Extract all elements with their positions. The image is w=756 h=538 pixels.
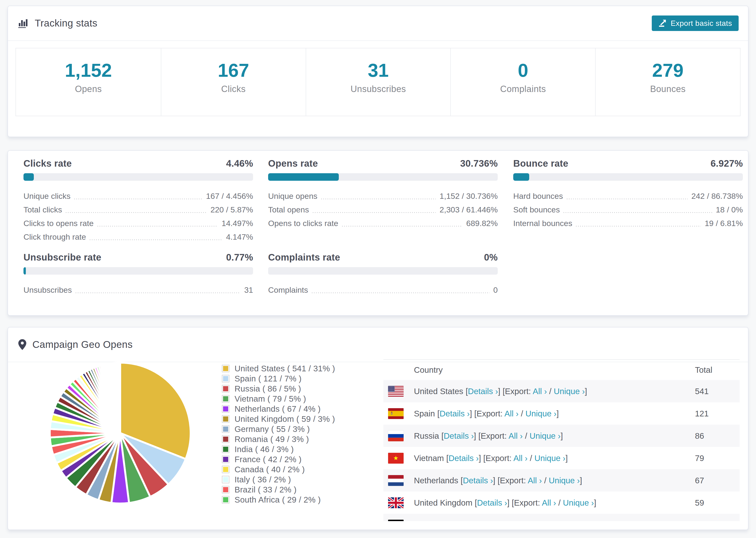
dotted-leader	[321, 198, 436, 199]
legend-label: United States ( 541 / 31% )	[235, 364, 335, 373]
rate-detail-row: Click through rate 4.147%	[24, 230, 253, 243]
rate-detail-row: Unsubscribes 31	[24, 283, 253, 297]
details-link[interactable]: Details ›	[440, 409, 469, 418]
unsubscribe-rate-progressbar	[24, 267, 253, 275]
country-name: Spain	[414, 409, 435, 418]
dotted-leader	[564, 212, 712, 213]
country-flag-icon	[388, 520, 404, 521]
dotted-leader	[76, 293, 241, 293]
export-unique-link[interactable]: Unique ›	[549, 476, 580, 485]
rate-detail-value: 19 / 6.81%	[705, 219, 743, 228]
total-value: 121	[695, 409, 709, 418]
pie-legend: United States ( 541 / 31% ) Spain ( 121 …	[222, 364, 335, 506]
export-unique-link[interactable]: Unique ›	[525, 409, 557, 418]
stat-cell: 31 Unsubscribes	[306, 48, 451, 116]
export-all-link[interactable]: All ›	[517, 520, 531, 521]
export-all-link[interactable]: All ›	[513, 454, 527, 463]
export-unique-link[interactable]: Unique ›	[534, 454, 566, 463]
export-unique-link[interactable]: Unique ›	[554, 387, 585, 396]
country-flag-icon	[388, 408, 404, 419]
opens-rate-section: Opens rate 30.736% Unique opens 1,152 / …	[268, 158, 498, 230]
geo-header: Campaign Geo Opens	[8, 327, 748, 362]
details-link[interactable]: Details ›	[453, 520, 482, 521]
tracking-stats-card: Tracking stats Export basic stats 1,152 …	[8, 6, 748, 137]
dotted-leader	[90, 240, 222, 240]
section-title: Opens rate	[268, 158, 318, 169]
legend-color-swatch	[222, 496, 229, 504]
bounce-rate-section: Bounce rate 6.927% Hard bounces 242 / 86…	[513, 158, 743, 230]
rate-detail-row: Internal bounces 19 / 6.81%	[513, 216, 743, 230]
rate-detail-label: Unique clicks	[24, 191, 71, 201]
legend-color-swatch	[222, 456, 229, 463]
rates-card: Clicks rate 4.46% Unique clicks 167 / 4.…	[8, 150, 748, 316]
details-link[interactable]: Details ›	[449, 454, 479, 463]
clicks-rate-section: Clicks rate 4.46% Unique clicks 167 / 4.…	[24, 158, 253, 243]
stat-value: 279	[596, 61, 740, 80]
legend-label: Germany ( 55 / 3% )	[235, 424, 310, 434]
unsubscribe-rate-section: Unsubscribe rate 0.77% Unsubscribes 31	[24, 252, 253, 297]
details-link[interactable]: Details ›	[463, 476, 493, 485]
export-all-link[interactable]: All ›	[528, 476, 542, 485]
export-unique-link[interactable]: Unique ›	[538, 520, 569, 521]
legend-item: Russia ( 86 / 5% )	[222, 385, 335, 393]
legend-color-swatch	[222, 405, 229, 413]
map-pin-icon	[18, 339, 26, 350]
total-value: 79	[695, 454, 704, 463]
legend-item: India ( 46 / 3% )	[222, 445, 335, 453]
legend-color-swatch	[222, 385, 229, 393]
rate-detail-value: 242 / 86.738%	[691, 191, 743, 201]
rate-detail-value: 1,152 / 30.736%	[440, 191, 498, 201]
legend-label: Netherlands ( 67 / 4% )	[235, 404, 321, 413]
legend-item: Romania ( 49 / 3% )	[222, 435, 335, 443]
stat-cell: 167 Clicks	[161, 48, 306, 116]
country-name: Germany	[414, 520, 448, 521]
opens-rate-progressbar	[268, 173, 498, 181]
geo-title: Campaign Geo Opens	[32, 339, 133, 350]
rate-detail-label: Hard bounces	[513, 191, 563, 201]
export-all-link[interactable]: All ›	[533, 387, 547, 396]
dotted-leader	[97, 226, 218, 227]
section-value: 30.736%	[460, 158, 498, 169]
details-link[interactable]: Details ›	[468, 387, 498, 396]
rate-detail-label: Opens to clicks rate	[268, 219, 338, 228]
rate-detail-value: 31	[244, 286, 253, 295]
stat-label: Opens	[16, 84, 161, 94]
table-row: Spain[Details ›] [Export: All › / Unique…	[383, 402, 739, 425]
stat-value: 0	[451, 61, 595, 80]
country-flag-icon	[388, 453, 404, 463]
legend-label: United Kingdom ( 59 / 3% )	[235, 414, 335, 424]
rate-detail-label: Internal bounces	[513, 219, 572, 228]
export-all-link[interactable]: All ›	[542, 498, 556, 507]
stat-label: Bounces	[596, 84, 740, 94]
legend-item: Germany ( 55 / 3% )	[222, 425, 335, 433]
stat-label: Unsubscribes	[306, 84, 451, 94]
legend-label: France ( 42 / 2% )	[235, 455, 302, 464]
table-row: Russia[Details ›] [Export: All › / Uniqu…	[383, 425, 739, 447]
export-all-link[interactable]: All ›	[505, 409, 519, 418]
rate-detail-value: 2,303 / 61.446%	[440, 205, 498, 214]
export-icon	[658, 19, 667, 27]
rate-detail-row: Hard bounces 242 / 86.738%	[513, 189, 743, 203]
export-basic-stats-button[interactable]: Export basic stats	[652, 16, 739, 31]
export-all-link[interactable]: All ›	[509, 431, 523, 440]
details-link[interactable]: Details ›	[444, 431, 474, 440]
dotted-leader	[66, 212, 207, 213]
dotted-leader	[342, 226, 462, 227]
total-value: 55	[695, 520, 704, 521]
legend-item: United Kingdom ( 59 / 3% )	[222, 415, 335, 423]
rate-detail-label: Total opens	[268, 205, 309, 214]
rate-detail-row: Total opens 2,303 / 61.446%	[268, 203, 498, 216]
details-link[interactable]: Details ›	[477, 498, 507, 507]
export-unique-link[interactable]: Unique ›	[529, 431, 561, 440]
country-name: Russia	[414, 431, 439, 440]
legend-item: France ( 42 / 2% )	[222, 456, 335, 463]
rate-detail-value: 18 / 0%	[716, 205, 743, 214]
country-name: United Kingdom	[414, 498, 472, 507]
legend-label: Vietnam ( 79 / 5% )	[235, 394, 306, 404]
rate-detail-row: Complaints 0	[268, 283, 498, 297]
section-title: Complaints rate	[268, 252, 340, 263]
rate-detail-label: Click through rate	[24, 232, 86, 242]
export-unique-link[interactable]: Unique ›	[563, 498, 594, 507]
stat-cell: 279 Bounces	[595, 48, 740, 116]
section-title: Unsubscribe rate	[24, 252, 101, 263]
